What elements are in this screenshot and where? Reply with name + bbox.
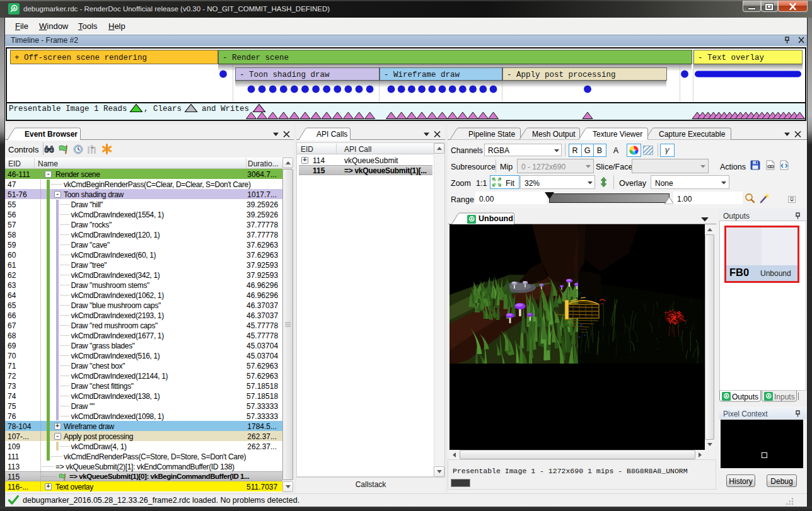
svg-text:- Text overlay: - Text overlay (698, 54, 765, 62)
svg-text:and Writes: and Writes (202, 105, 249, 113)
svg-text:+ Off-screen scene rendering: + Off-screen scene rendering (14, 54, 147, 62)
svg-text:- Wireframe draw: - Wireframe draw (384, 71, 460, 79)
svg-text:- Toon shading draw: - Toon shading draw (240, 71, 330, 79)
svg-text:- Render scene: - Render scene (223, 54, 289, 62)
svg-text:- Apply post processing: - Apply post processing (507, 71, 616, 79)
svg-text:Presentable Image 1 Reads: Presentable Image 1 Reads (9, 105, 127, 113)
svg-text:, Clears: , Clears (144, 105, 182, 113)
